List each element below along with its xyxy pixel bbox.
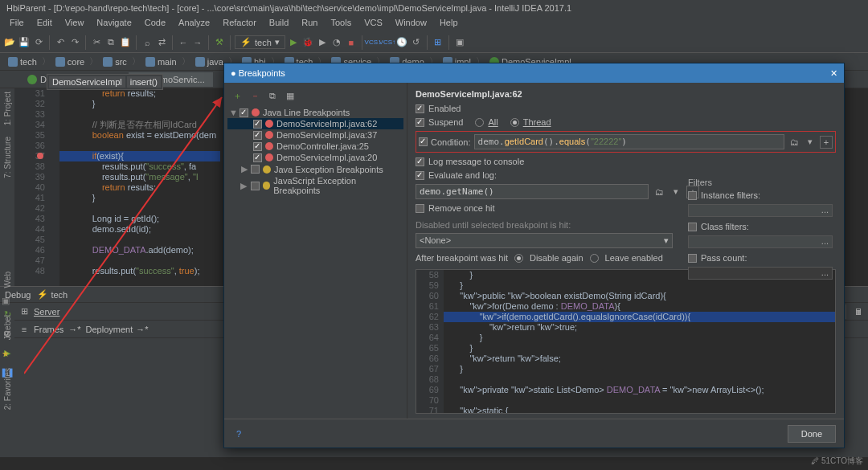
suspend-thread-radio[interactable] bbox=[510, 118, 519, 127]
bp-toolbar-icon[interactable]: ⧉ bbox=[266, 89, 279, 102]
breakpoint-tree-item[interactable]: DemoServiceImpl.java:37 bbox=[227, 129, 403, 141]
log-msg-checkbox[interactable] bbox=[416, 157, 424, 166]
run-config-combo[interactable]: ⚡ tech ▾ bbox=[235, 35, 285, 49]
jrebel-icon[interactable]: ▣ bbox=[453, 36, 466, 49]
evaluate-icon[interactable]: 🖩 bbox=[852, 305, 865, 318]
breakpoint-tree-item[interactable]: DemoServiceImpl.java:20 bbox=[227, 152, 403, 163]
breadcrumb-item[interactable]: main bbox=[142, 56, 180, 67]
web-tool-button[interactable]: Web bbox=[3, 272, 12, 288]
project-tool-button[interactable]: 1: Project bbox=[3, 92, 12, 125]
cond-add-icon[interactable]: + bbox=[820, 136, 833, 149]
deployment-label[interactable]: Deployment bbox=[86, 325, 133, 334]
open-icon[interactable]: 📂 bbox=[3, 36, 16, 49]
instance-filters-checkbox[interactable] bbox=[688, 191, 697, 200]
menu-build[interactable]: Build bbox=[263, 16, 295, 32]
jrebel-tool-button[interactable]: JRebel bbox=[3, 315, 12, 340]
help-icon[interactable]: ? bbox=[232, 427, 245, 440]
remove-once-checkbox[interactable] bbox=[416, 204, 424, 213]
done-button[interactable]: Done bbox=[788, 425, 836, 443]
breadcrumb-item[interactable]: java bbox=[192, 56, 227, 67]
paste-icon[interactable]: 📋 bbox=[119, 36, 132, 49]
editor-code[interactable]: return results; } // 判断是否存在相同IdCard bool… bbox=[59, 88, 220, 286]
sync-icon[interactable]: ⟳ bbox=[32, 36, 45, 49]
breakpoint-marker[interactable] bbox=[37, 153, 43, 159]
bp-group-icon[interactable]: ▦ bbox=[284, 89, 297, 102]
pass-count-checkbox[interactable] bbox=[688, 254, 697, 263]
tree-js-exception-bp[interactable]: ▶JavaScript Exception Breakpoints bbox=[227, 175, 403, 196]
vcs-update-icon[interactable]: VCS↓ bbox=[366, 36, 379, 49]
instance-filters-input[interactable] bbox=[688, 204, 833, 217]
breakpoint-tree-item[interactable]: DemoController.java:25 bbox=[227, 141, 403, 152]
menu-window[interactable]: Window bbox=[389, 16, 433, 32]
menu-help[interactable]: Help bbox=[433, 16, 465, 32]
server-tab[interactable]: Server bbox=[34, 307, 59, 317]
editor[interactable]: 313233343536373839404142434445464748 ret… bbox=[14, 88, 220, 286]
profile-icon[interactable]: ◔ bbox=[330, 36, 343, 49]
breadcrumb-item[interactable]: core bbox=[52, 56, 88, 67]
menu-refactor[interactable]: Refactor bbox=[216, 16, 263, 32]
undo-icon[interactable]: ↶ bbox=[54, 36, 67, 49]
menu-view[interactable]: View bbox=[59, 16, 91, 32]
breakpoint-tree-panel: ＋ － ⧉ ▦ ▼Java Line Breakpoints DemoServi… bbox=[224, 83, 407, 419]
menu-vcs[interactable]: VCS bbox=[358, 16, 389, 32]
favorites-tool-button[interactable]: 2: Favorites bbox=[3, 368, 12, 410]
history-icon[interactable]: 🕓 bbox=[395, 36, 408, 49]
close-icon[interactable]: ✕ bbox=[830, 68, 837, 79]
coverage-icon[interactable]: ▶ bbox=[316, 36, 329, 49]
breadcrumb-item[interactable]: tech bbox=[5, 56, 40, 67]
eval-expand-icon[interactable]: ▾ bbox=[669, 186, 682, 198]
jrebel-tool-icon[interactable]: ▣ bbox=[2, 296, 13, 307]
menu-code[interactable]: Code bbox=[138, 16, 172, 32]
debug-icon[interactable]: 🐞 bbox=[301, 36, 314, 49]
enabled-checkbox[interactable] bbox=[416, 104, 424, 113]
remove-breakpoint-icon[interactable]: － bbox=[248, 89, 261, 102]
eval-lang-icon[interactable]: 🗂 bbox=[653, 186, 665, 198]
class-filters-checkbox[interactable] bbox=[688, 223, 697, 231]
menu-navigate[interactable]: Navigate bbox=[90, 16, 137, 32]
forward-icon[interactable]: → bbox=[191, 36, 204, 49]
revert-icon[interactable]: ↺ bbox=[410, 36, 423, 49]
editor-gutter[interactable]: 313233343536373839404142434445464748 bbox=[14, 88, 59, 286]
cond-expand-icon[interactable]: ▾ bbox=[804, 136, 817, 149]
server-tab-icon: ⊞ bbox=[18, 305, 31, 318]
menu-analyze[interactable]: Analyze bbox=[172, 16, 216, 32]
add-breakpoint-icon[interactable]: ＋ bbox=[231, 89, 244, 102]
stop-icon[interactable]: ■ bbox=[345, 36, 358, 49]
suspend-checkbox[interactable] bbox=[416, 118, 424, 127]
save-icon[interactable]: 💾 bbox=[18, 36, 31, 49]
tree-java-exception-bp[interactable]: ▶Java Exception Breakpoints bbox=[227, 163, 403, 175]
code-preview[interactable]: 585960616263646566676869707172 } } "kw">… bbox=[416, 269, 836, 414]
back-icon[interactable]: ← bbox=[177, 36, 190, 49]
breakpoint-tree-item[interactable]: DemoServiceImpl.java:62 bbox=[227, 118, 403, 129]
run-icon[interactable]: ▶ bbox=[287, 36, 300, 49]
eval-input[interactable]: demo.getName() bbox=[416, 184, 649, 199]
leave-enabled-radio[interactable] bbox=[590, 254, 599, 263]
menu-tools[interactable]: Tools bbox=[324, 16, 358, 32]
dialog-titlebar[interactable]: ● Breakpoints ✕ bbox=[224, 63, 844, 83]
condition-checkbox[interactable] bbox=[419, 137, 428, 146]
replace-icon[interactable]: ⇄ bbox=[155, 36, 168, 49]
structure-tool-button[interactable]: 7: Structure bbox=[3, 137, 12, 178]
menu-edit[interactable]: Edit bbox=[31, 16, 59, 32]
breadcrumb-item[interactable]: src bbox=[100, 56, 130, 67]
menu-run[interactable]: Run bbox=[295, 16, 324, 32]
favorites-icon[interactable]: ★ bbox=[2, 349, 13, 360]
eval-checkbox[interactable] bbox=[416, 171, 424, 180]
copy-icon[interactable]: ⧉ bbox=[104, 36, 117, 49]
structure-icon[interactable]: ⊞ bbox=[432, 36, 444, 49]
class-filters-input[interactable] bbox=[688, 235, 833, 248]
frames-label[interactable]: Frames bbox=[34, 325, 63, 334]
pass-count-input[interactable] bbox=[688, 267, 833, 280]
cut-icon[interactable]: ✂ bbox=[90, 36, 103, 49]
tree-java-line-bp[interactable]: ▼Java Line Breakpoints bbox=[227, 107, 403, 118]
find-icon[interactable]: ⌕ bbox=[141, 36, 154, 49]
redo-icon[interactable]: ↷ bbox=[68, 36, 81, 49]
disabled-until-combo[interactable]: <None>▾ bbox=[416, 233, 673, 248]
vcs-commit-icon[interactable]: VCS↑ bbox=[381, 36, 394, 49]
disable-again-radio[interactable] bbox=[514, 254, 523, 263]
build-icon[interactable]: ⚒ bbox=[213, 36, 226, 49]
suspend-all-radio[interactable] bbox=[475, 118, 484, 127]
condition-input[interactable]: demo.getIdCard().equals("22222") bbox=[474, 134, 784, 149]
cond-lang-icon[interactable]: 🗂 bbox=[788, 136, 800, 149]
menu-file[interactable]: File bbox=[3, 16, 31, 32]
